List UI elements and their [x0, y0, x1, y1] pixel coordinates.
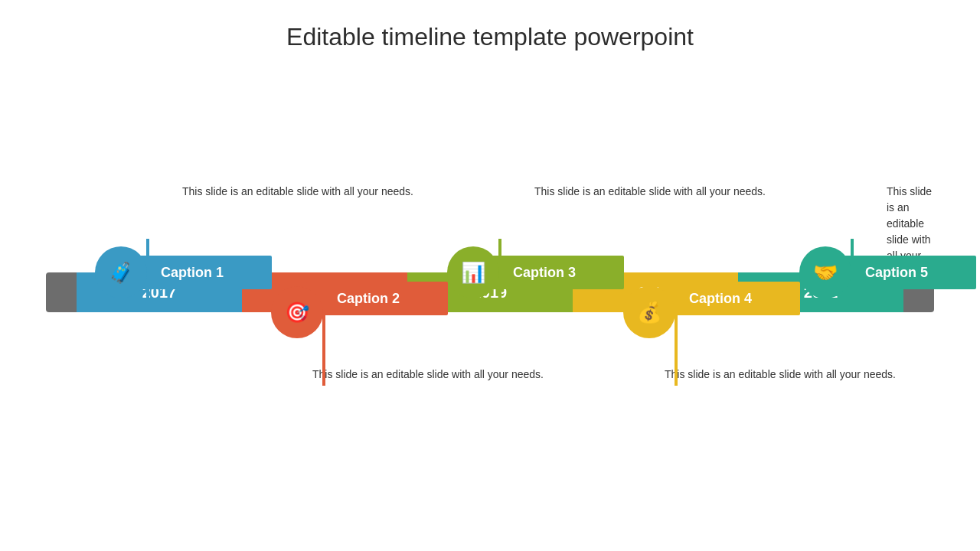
handshake-icon: 🤝 [813, 261, 838, 285]
node-4: 💰 [623, 286, 675, 338]
caption-4: Caption 4 [658, 282, 800, 315]
chart-icon: 📊 [461, 261, 485, 285]
caption-1: Caption 1 [130, 256, 272, 289]
page-title: Editable timeline template powerpoint [0, 0, 980, 59]
page: Editable timeline template powerpoint 20… [0, 0, 980, 551]
description-4: This slide is an editable slide with all… [665, 367, 896, 383]
node-2: 🎯 [271, 286, 323, 338]
caption-5: Caption 5 [835, 256, 976, 289]
caption-2: Caption 2 [306, 282, 448, 315]
description-3: This slide is an editable slide with all… [534, 184, 766, 200]
moneybag-icon: 💰 [637, 301, 662, 324]
connector-2 [322, 312, 325, 386]
node-5: 🤝 [799, 246, 851, 298]
node-1: 🧳 [95, 246, 147, 298]
description-1: This slide is an editable slide with all… [182, 184, 413, 200]
connector-4 [675, 312, 678, 386]
node-3: 📊 [447, 246, 499, 298]
bar-gray-left [46, 272, 77, 312]
target-icon: 🎯 [285, 301, 309, 324]
description-2: This slide is an editable slide with all… [312, 367, 544, 383]
timeline-container: 2017 2018 2019 2020 2021 This slide is a… [46, 122, 934, 429]
caption-3: Caption 3 [482, 256, 624, 289]
briefcase-icon: 🧳 [109, 261, 133, 285]
